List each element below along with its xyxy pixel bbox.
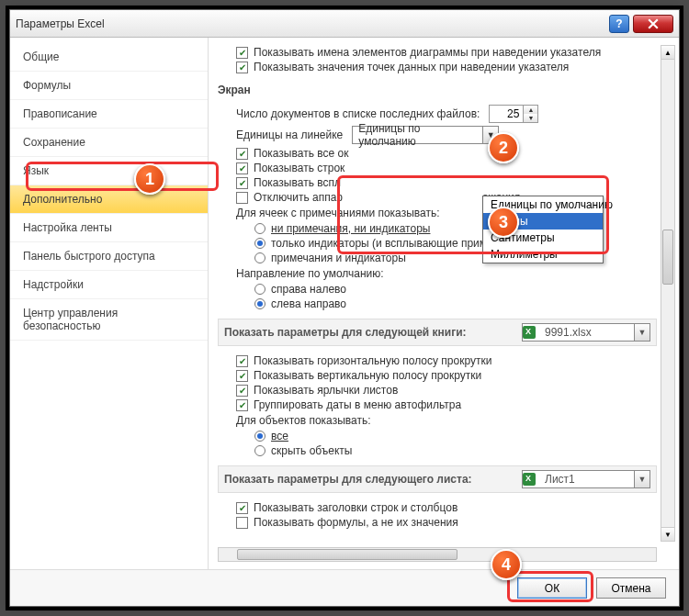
- sidebar-item-qat[interactable]: Панель быстрого доступа: [10, 242, 208, 271]
- titlebar: Параметры Excel ?: [10, 10, 679, 38]
- book-combo[interactable]: 9991.xlsx ▼: [522, 323, 650, 342]
- check-label: Отключить аппар: [254, 191, 343, 204]
- chevron-down-icon[interactable]: ▼: [634, 471, 649, 487]
- checkbox[interactable]: [236, 517, 248, 529]
- horizontal-scrollbar[interactable]: [218, 547, 657, 562]
- help-button[interactable]: ?: [609, 15, 629, 33]
- scroll-thumb[interactable]: [662, 230, 673, 285]
- radio[interactable]: [254, 223, 265, 234]
- check-label: Показывать заголовки строк и столбцов: [254, 501, 457, 514]
- vertical-scrollbar[interactable]: ▲ ▼: [661, 45, 675, 542]
- radio-label: слева направо: [271, 297, 346, 310]
- recent-docs-label: Число документов в списке последних файл…: [236, 107, 480, 120]
- sidebar-item-formulas[interactable]: Формулы: [10, 72, 208, 100]
- recent-docs-spinner[interactable]: ▲▼: [489, 105, 538, 123]
- radio-label: скрыть объекты: [271, 444, 352, 457]
- book-band-label: Показать параметры для следующей книги:: [224, 326, 467, 339]
- spinner-up-icon[interactable]: ▲: [524, 106, 537, 114]
- recent-docs-input[interactable]: [490, 107, 523, 120]
- checkbox[interactable]: [236, 355, 248, 367]
- radio[interactable]: [254, 298, 265, 309]
- callout-4: 4: [491, 549, 522, 580]
- ruler-units-label: Единицы на линейке: [236, 129, 343, 141]
- sidebar-item-ribbon[interactable]: Настройка ленты: [10, 214, 208, 242]
- sidebar-item-advanced[interactable]: Дополнительно: [10, 185, 208, 214]
- cancel-button[interactable]: Отмена: [596, 577, 666, 599]
- sidebar-item-addins[interactable]: Надстройки: [10, 271, 208, 299]
- objects-label: Для объектов показывать:: [218, 412, 657, 429]
- sidebar-item-general[interactable]: Общие: [10, 43, 208, 72]
- close-icon: [648, 18, 659, 29]
- sidebar-item-trustcenter[interactable]: Центр управления безопасностью: [10, 299, 208, 341]
- check-label: Показывать вертикальную полосу прокрутки: [254, 369, 481, 382]
- content-panel: Показывать имена элементов диаграммы при…: [209, 38, 679, 569]
- ok-button[interactable]: ОК: [517, 577, 587, 599]
- scroll-thumb-h[interactable]: [237, 549, 457, 560]
- checkbox[interactable]: [236, 162, 248, 174]
- checkbox[interactable]: [236, 177, 248, 189]
- radio[interactable]: [254, 445, 265, 456]
- sidebar-item-language[interactable]: Язык: [10, 157, 208, 185]
- scroll-up-icon[interactable]: ▲: [661, 46, 674, 60]
- sheet-combo[interactable]: Лист1 ▼: [522, 470, 650, 488]
- radio-label: примечания и индикаторы: [271, 252, 406, 264]
- close-button[interactable]: [633, 15, 673, 33]
- sheet-band-label: Показать параметры для следующего листа:: [224, 473, 472, 486]
- check-label: Показывать все ок: [254, 147, 348, 160]
- radio[interactable]: [254, 238, 265, 249]
- check-label: Показывать строк: [254, 162, 344, 174]
- sidebar-item-save[interactable]: Сохранение: [10, 129, 208, 157]
- callout-1: 1: [134, 163, 165, 195]
- excel-file-icon: [523, 326, 536, 339]
- checkbox[interactable]: [236, 62, 248, 73]
- callout-2: 2: [488, 132, 519, 163]
- spinner-down-icon[interactable]: ▼: [524, 114, 537, 122]
- window-title: Параметры Excel: [16, 17, 105, 30]
- sheet-value: Лист1: [539, 473, 634, 486]
- radio-label: ни примечания, ни индикаторы: [271, 222, 430, 235]
- checkbox[interactable]: [236, 385, 248, 397]
- checkbox[interactable]: [236, 399, 248, 411]
- radio-label: все: [271, 430, 288, 442]
- checkbox[interactable]: [236, 192, 248, 204]
- ruler-units-combo[interactable]: Единицы по умолчанию ▼: [352, 126, 499, 144]
- sidebar: Общие Формулы Правописание Сохранение Яз…: [10, 38, 209, 569]
- chevron-down-icon[interactable]: ▼: [634, 324, 649, 341]
- check-label: Показывать имена элементов диаграммы при…: [254, 46, 601, 59]
- radio[interactable]: [254, 284, 265, 295]
- callout-3: 3: [488, 207, 519, 238]
- check-label: Показывать горизонтальную полосу прокрут…: [254, 354, 491, 367]
- checkbox[interactable]: [236, 47, 248, 59]
- dropdown-option[interactable]: Миллиметры: [483, 246, 603, 263]
- sheet-params-band: Показать параметры для следующего листа:…: [218, 465, 657, 493]
- section-screen: Экран: [218, 84, 657, 98]
- book-value: 9991.xlsx: [539, 326, 634, 339]
- radio[interactable]: [254, 252, 265, 263]
- sidebar-item-proofing[interactable]: Правописание: [10, 100, 208, 129]
- sheet-icon: [523, 473, 536, 486]
- options-dialog: Параметры Excel ? Общие Формулы Правопис…: [9, 9, 680, 607]
- direction-label: Направление по умолчанию:: [218, 265, 657, 282]
- check-label: Показывать ярлычки листов: [254, 384, 398, 397]
- scroll-down-icon[interactable]: ▼: [661, 527, 674, 541]
- check-label: Показывать значения точек данных при нав…: [254, 61, 569, 73]
- check-label: Показывать формулы, а не их значения: [254, 516, 458, 529]
- radio[interactable]: [254, 431, 265, 442]
- ruler-units-value: Единицы по умолчанию: [353, 122, 482, 148]
- check-label: Показывать вспл: [254, 176, 341, 189]
- book-params-band: Показать параметры для следующей книги: …: [218, 319, 657, 346]
- checkbox[interactable]: [236, 502, 248, 514]
- checkbox[interactable]: [236, 370, 248, 382]
- checkbox[interactable]: [236, 148, 248, 160]
- dialog-footer: ОК Отмена: [10, 569, 679, 606]
- check-label: Группировать даты в меню автофильтра: [254, 398, 461, 411]
- radio-label: справа налево: [271, 283, 346, 296]
